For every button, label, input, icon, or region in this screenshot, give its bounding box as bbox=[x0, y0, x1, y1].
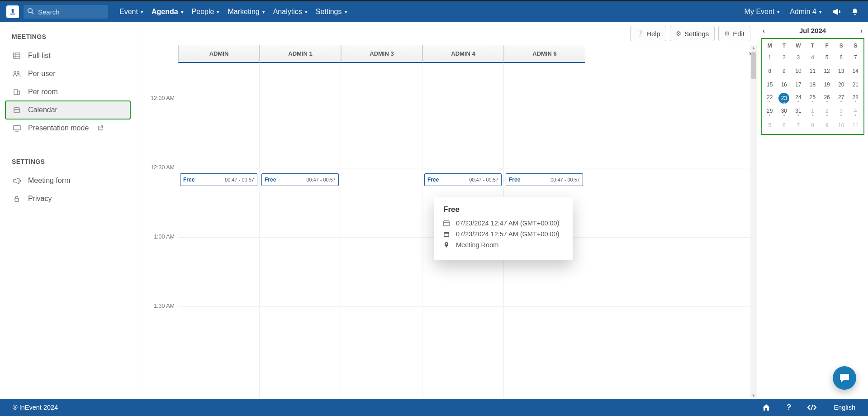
svg-rect-11 bbox=[14, 108, 19, 113]
minical-day[interactable]: 28 bbox=[848, 91, 863, 105]
minical-day[interactable]: 11 bbox=[848, 119, 863, 132]
minical-day[interactable]: 20 bbox=[834, 78, 849, 91]
calendar-slot[interactable]: Free00:47 - 00:57 bbox=[506, 173, 583, 186]
minical-day[interactable]: 23 bbox=[777, 91, 792, 105]
code-icon[interactable] bbox=[807, 404, 816, 411]
minical-day[interactable]: 27 bbox=[834, 91, 849, 105]
minical-day[interactable]: 30 bbox=[777, 105, 792, 119]
svg-rect-15 bbox=[14, 125, 20, 130]
minical-day[interactable]: 5 bbox=[820, 51, 834, 64]
menu-icon bbox=[13, 177, 21, 184]
scroll-up-arrow[interactable]: ▲ bbox=[752, 45, 756, 51]
minical-day[interactable]: 17 bbox=[791, 78, 806, 91]
minical-day[interactable]: 4 bbox=[806, 51, 820, 64]
nav-item-agenda[interactable]: Agenda▾ bbox=[152, 8, 184, 16]
sidebar-item-meeting-form[interactable]: Meeting form bbox=[12, 172, 137, 190]
megaphone-icon[interactable] bbox=[832, 8, 841, 16]
calendar-slot[interactable]: Free00:47 - 00:57 bbox=[424, 173, 502, 186]
sidebar-item-privacy[interactable]: Privacy bbox=[12, 190, 137, 208]
minical-day[interactable]: 11 bbox=[806, 64, 820, 78]
minical-day[interactable]: 8 bbox=[806, 119, 820, 132]
minical-day[interactable]: 25 bbox=[806, 91, 820, 105]
nav-item-people[interactable]: People▾ bbox=[192, 8, 220, 16]
calendar-outline-icon bbox=[443, 220, 450, 226]
nav-item-marketing[interactable]: Marketing▾ bbox=[228, 8, 265, 16]
minical-day[interactable]: 1 bbox=[806, 105, 820, 119]
minical-day[interactable]: 29 bbox=[763, 105, 777, 119]
svg-rect-0 bbox=[10, 14, 15, 14]
edit-button[interactable]: ⚙ Edit bbox=[718, 26, 750, 41]
minical-day[interactable]: 26 bbox=[820, 91, 834, 105]
resource-header[interactable]: ADMIN bbox=[178, 45, 260, 63]
minical-day[interactable]: 6 bbox=[834, 51, 849, 64]
menu-label: Per user bbox=[28, 70, 55, 78]
slot-label: Free bbox=[183, 177, 194, 183]
minical-day[interactable]: 18 bbox=[806, 78, 820, 91]
minical-day[interactable]: 7 bbox=[848, 51, 863, 64]
chevron-down-icon: ▾ bbox=[181, 9, 184, 15]
sidebar-item-presentation-mode[interactable]: Presentation mode bbox=[12, 119, 137, 137]
slot-time: 00:47 - 00:57 bbox=[225, 177, 254, 182]
prev-month-chevron[interactable]: ‹ bbox=[763, 27, 765, 34]
app-logo[interactable] bbox=[6, 5, 19, 18]
location-pin-icon bbox=[443, 242, 450, 248]
minical-day[interactable]: 3 bbox=[791, 51, 806, 64]
sidebar-item-per-user[interactable]: Per user bbox=[12, 65, 137, 83]
minical-day[interactable]: 7 bbox=[791, 119, 806, 132]
minical-day[interactable]: 13 bbox=[834, 64, 849, 78]
minical-day[interactable]: 24 bbox=[791, 91, 806, 105]
minical-day[interactable]: 2 bbox=[820, 105, 834, 119]
minical-day[interactable]: 31 bbox=[791, 105, 806, 119]
footer-language[interactable]: English bbox=[834, 404, 855, 411]
minical-day[interactable]: 15 bbox=[763, 78, 777, 91]
help-question-icon[interactable]: ? bbox=[787, 403, 791, 412]
minical-day[interactable]: 4 bbox=[848, 105, 863, 119]
help-button[interactable]: ❔ Help bbox=[630, 26, 666, 41]
calendar-slot[interactable]: Free00:47 - 00:57 bbox=[180, 173, 257, 186]
minical-day[interactable]: 10 bbox=[834, 119, 849, 132]
svg-rect-18 bbox=[444, 221, 449, 226]
calendar-slot[interactable]: Free00:47 - 00:57 bbox=[261, 173, 339, 186]
resource-header[interactable]: ADMIN 6 bbox=[504, 45, 585, 63]
search-input[interactable] bbox=[24, 5, 108, 19]
minical-day[interactable]: 21 bbox=[848, 78, 863, 91]
page-toolbar: ❔ Help ⚙ Settings ⚙ Edit bbox=[141, 22, 757, 45]
nav-item-settings[interactable]: Settings▾ bbox=[316, 8, 347, 16]
minical-day[interactable]: 8 bbox=[763, 64, 777, 78]
my-event-dropdown[interactable]: My Event ▾ bbox=[745, 8, 780, 16]
minical-day[interactable]: 22 bbox=[763, 91, 777, 105]
left-sidebar: MEETINGS Full listPer userPer roomCalend… bbox=[0, 22, 141, 399]
user-dropdown[interactable]: Admin 4 ▾ bbox=[790, 8, 822, 16]
nav-item-event[interactable]: Event▾ bbox=[119, 8, 143, 16]
scroll-thumb[interactable] bbox=[751, 52, 756, 79]
minical-day[interactable]: 10 bbox=[791, 64, 806, 78]
nav-item-analytics[interactable]: Analytics▾ bbox=[273, 8, 308, 16]
resource-header[interactable]: ADMIN 1 bbox=[260, 45, 341, 63]
minical-day[interactable]: 6 bbox=[777, 119, 792, 132]
minical-day[interactable]: 16 bbox=[777, 78, 792, 91]
vertical-scrollbar[interactable]: ▲ ▼ bbox=[750, 45, 757, 399]
resource-header[interactable]: ADMIN 3 bbox=[341, 45, 422, 63]
minical-day[interactable]: 19 bbox=[820, 78, 834, 91]
bell-icon[interactable] bbox=[851, 8, 859, 16]
minical-day[interactable]: 9 bbox=[777, 64, 792, 78]
sidebar-item-calendar[interactable]: Calendar bbox=[5, 101, 130, 119]
sidebar-item-per-room[interactable]: Per room bbox=[12, 83, 137, 101]
minical-day[interactable]: 14 bbox=[848, 64, 863, 78]
minical-day[interactable]: 9 bbox=[820, 119, 834, 132]
minical-day[interactable]: 12 bbox=[820, 64, 834, 78]
minical-day[interactable]: 2 bbox=[777, 51, 792, 64]
sidebar-item-full-list[interactable]: Full list bbox=[12, 47, 137, 65]
minical-day[interactable]: 3 bbox=[834, 105, 849, 119]
next-month-chevron[interactable]: › bbox=[860, 27, 863, 34]
minical-day[interactable]: 5 bbox=[763, 119, 777, 132]
scroll-down-arrow[interactable]: ▼ bbox=[752, 392, 756, 399]
resource-header[interactable]: ADMIN 4 bbox=[422, 45, 504, 63]
chat-fab[interactable] bbox=[833, 366, 856, 390]
settings-button[interactable]: ⚙ Settings bbox=[670, 26, 715, 41]
next-resources-chevron[interactable]: › bbox=[749, 49, 751, 57]
nav-label: Analytics bbox=[273, 8, 302, 16]
time-label: 12:30 AM bbox=[151, 164, 175, 171]
minical-day[interactable]: 1 bbox=[763, 51, 777, 64]
home-icon[interactable] bbox=[762, 404, 770, 411]
